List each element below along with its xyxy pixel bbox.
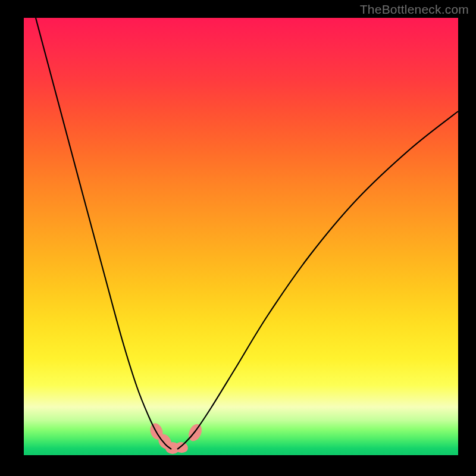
- chart-frame: TheBottleneck.com: [0, 0, 476, 476]
- plot-area: [24, 18, 458, 455]
- watermark-text: TheBottleneck.com: [360, 2, 469, 17]
- curve-marker: [186, 422, 204, 443]
- marker-group: [148, 421, 204, 454]
- plot-svg: [24, 18, 458, 455]
- curve-right: [177, 111, 458, 449]
- curve-left: [36, 18, 171, 449]
